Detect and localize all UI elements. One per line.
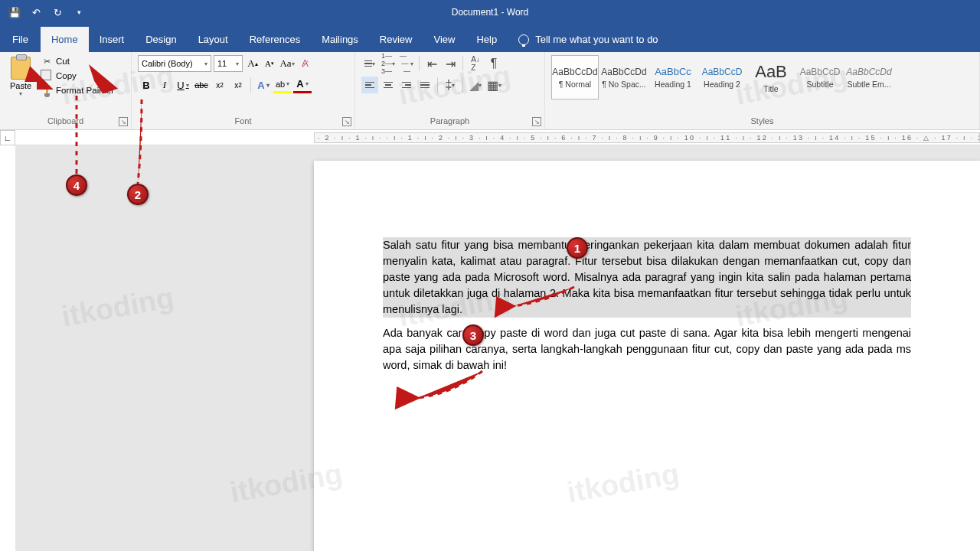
text-effects-button[interactable]: A▾ xyxy=(255,77,272,93)
format-painter-button[interactable]: Format Painter xyxy=(40,84,116,96)
style-heading-2[interactable]: AaBbCcDHeading 2 xyxy=(698,55,746,99)
copy-icon xyxy=(41,70,52,81)
paste-icon xyxy=(11,57,31,80)
style-subtitle[interactable]: AaBbCcDSubtitle xyxy=(796,55,844,99)
group-font: Calibri (Body)▾ 11▾ A▴ A▾ Aa▾ A̷ B I U▾ … xyxy=(132,52,355,129)
tab-insert[interactable]: Insert xyxy=(89,27,136,52)
sort-button[interactable]: A↓Z xyxy=(467,55,484,72)
chevron-down-icon: ▾ xyxy=(19,90,22,97)
shrink-font-button[interactable]: A▾ xyxy=(262,55,277,72)
font-launcher[interactable]: ↘ xyxy=(342,117,351,126)
qat-customize-icon[interactable]: ▾ xyxy=(72,5,86,19)
document-area: 2 · 1 · · 1 · 2 · 3 · 4 · 5 · 6 Salah sa… xyxy=(15,145,980,551)
document-title: Document1 - Word xyxy=(452,7,528,18)
increase-indent-button[interactable]: ⇥ xyxy=(442,55,459,72)
styles-group-label: Styles xyxy=(551,116,973,128)
redo-icon[interactable]: ↻ xyxy=(51,5,64,19)
title-bar: 💾 ↶ ↻ ▾ Document1 - Word xyxy=(0,0,980,24)
ribbon: Paste ▾ Cut Copy Format Painter Clipboar… xyxy=(0,52,980,130)
group-clipboard: Paste ▾ Cut Copy Format Painter Clipboar… xyxy=(0,52,132,129)
tell-me[interactable]: Tell me what you want to do xyxy=(508,34,668,52)
cut-button[interactable]: Cut xyxy=(40,55,116,67)
page-content[interactable]: Salah satu fitur yang bisa membantu meri… xyxy=(314,161,980,373)
tab-view[interactable]: View xyxy=(423,27,466,52)
tab-design[interactable]: Design xyxy=(135,27,187,52)
copy-label: Copy xyxy=(56,71,77,80)
align-center-button[interactable] xyxy=(380,77,397,93)
tab-references[interactable]: References xyxy=(239,27,311,52)
clear-formatting-button[interactable]: A̷ xyxy=(297,55,312,72)
italic-button[interactable]: I xyxy=(156,77,173,93)
style-title[interactable]: AaBTitle xyxy=(747,55,795,99)
strikethrough-button[interactable]: abc xyxy=(193,77,210,93)
bold-button[interactable]: B xyxy=(138,77,155,93)
separator xyxy=(250,77,251,93)
underline-button[interactable]: U▾ xyxy=(175,77,191,93)
font-name-select[interactable]: Calibri (Body)▾ xyxy=(138,55,211,72)
multilevel-button[interactable]: — — —▾ xyxy=(398,55,415,72)
paragraph-2[interactable]: Ada banyak cara copy paste di word dan j… xyxy=(383,325,911,373)
cut-label: Cut xyxy=(56,57,70,66)
grow-font-button[interactable]: A▴ xyxy=(245,55,260,72)
borders-button[interactable]: ▦▾ xyxy=(485,77,502,93)
ruler-horizontal[interactable]: · 2 · ı · 1 · ı · · ı · 1 · ı · 2 · ı · … xyxy=(15,130,980,145)
show-marks-button[interactable]: ¶ xyxy=(485,55,502,72)
tab-review[interactable]: Review xyxy=(369,27,423,52)
separator xyxy=(462,56,463,71)
font-name-value: Calibri (Body) xyxy=(142,59,193,68)
font-color-button[interactable]: A▾ xyxy=(293,77,312,93)
superscript-button[interactable]: x2 xyxy=(230,77,247,93)
ribbon-tabs: File Home Insert Design Layout Reference… xyxy=(0,24,980,52)
align-right-button[interactable] xyxy=(398,77,415,93)
tab-home[interactable]: Home xyxy=(41,27,89,52)
tab-help[interactable]: Help xyxy=(466,27,508,52)
align-left-button[interactable] xyxy=(361,77,378,93)
font-size-value: 11 xyxy=(217,59,227,68)
bullets-button[interactable]: ▾ xyxy=(361,55,378,72)
style--no-spac-[interactable]: AaBbCcDd¶ No Spac... xyxy=(600,55,648,99)
tab-file[interactable]: File xyxy=(0,27,41,52)
clipboard-launcher[interactable]: ↘ xyxy=(119,117,128,126)
tab-layout[interactable]: Layout xyxy=(188,27,239,52)
change-case-button[interactable]: Aa▾ xyxy=(279,55,295,72)
justify-button[interactable] xyxy=(416,77,433,93)
paragraph-group-label: Paragraph xyxy=(361,116,538,128)
paragraph-1[interactable]: Salah satu fitur yang bisa membantu meri… xyxy=(383,237,911,318)
scissors-icon xyxy=(41,56,52,67)
font-group-label: Font xyxy=(138,116,348,128)
lightbulb-icon xyxy=(518,34,529,45)
quick-access-toolbar: 💾 ↶ ↻ ▾ xyxy=(0,5,86,19)
shading-button[interactable]: ◢▾ xyxy=(467,77,484,93)
font-size-select[interactable]: 11▾ xyxy=(214,55,243,72)
tab-mailings[interactable]: Mailings xyxy=(311,27,369,52)
separator xyxy=(437,77,438,93)
copy-button[interactable]: Copy xyxy=(40,70,116,82)
format-painter-label: Format Painter xyxy=(56,86,114,95)
paste-label: Paste xyxy=(10,81,31,90)
tab-selector[interactable]: ∟ xyxy=(0,130,15,145)
highlight-button[interactable]: ab▾ xyxy=(273,77,292,93)
tell-me-label: Tell me what you want to do xyxy=(535,34,658,45)
group-styles: AaBbCcDd¶ NormalAaBbCcDd¶ No Spac...AaBb… xyxy=(545,52,980,129)
style--normal[interactable]: AaBbCcDd¶ Normal xyxy=(551,55,599,99)
clipboard-group-label: Clipboard xyxy=(6,116,125,128)
style-heading-1[interactable]: AaBbCcHeading 1 xyxy=(649,55,697,99)
undo-icon[interactable]: ↶ xyxy=(29,5,43,19)
separator xyxy=(462,77,463,93)
subscript-button[interactable]: x2 xyxy=(211,77,228,93)
separator xyxy=(419,56,420,71)
decrease-indent-button[interactable]: ⇤ xyxy=(423,55,440,72)
styles-gallery[interactable]: AaBbCcDd¶ NormalAaBbCcDd¶ No Spac...AaBb… xyxy=(551,55,973,99)
save-icon[interactable]: 💾 xyxy=(8,5,21,19)
numbering-button[interactable]: 1—2—3—▾ xyxy=(380,55,397,72)
paragraph-launcher[interactable]: ↘ xyxy=(532,117,541,126)
brush-icon xyxy=(41,85,52,96)
style-subtle-em-[interactable]: AaBbCcDdSubtle Em... xyxy=(845,55,893,99)
ruler-h-marks: · 2 · ı · 1 · ı · · ı · 1 · ı · 2 · ı · … xyxy=(314,132,980,143)
group-paragraph: ▾ 1—2—3—▾ — — —▾ ⇤ ⇥ A↓Z ¶ ‡▾ ◢▾ ▦▾ xyxy=(355,52,545,129)
paste-button[interactable]: Paste ▾ xyxy=(6,55,35,110)
page[interactable]: Salah satu fitur yang bisa membantu meri… xyxy=(314,161,980,551)
line-spacing-button[interactable]: ‡▾ xyxy=(442,77,459,93)
